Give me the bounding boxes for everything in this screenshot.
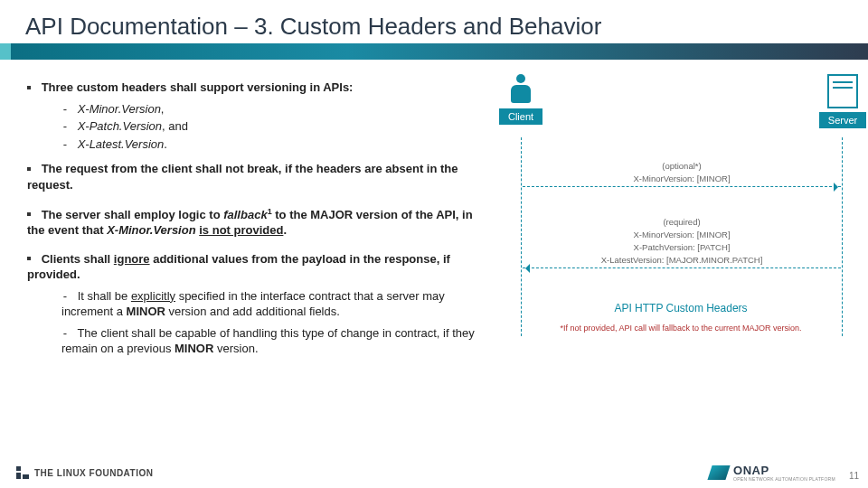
lf-text: THE LINUX FOUNDATION — [34, 468, 153, 478]
bullet-3: The server shall employ logic to fallbac… — [27, 205, 477, 238]
onap-text: ONAP — [733, 464, 835, 477]
t: Clients shall — [42, 252, 114, 266]
header-xminor: X-Minor.Version — [78, 102, 161, 116]
server-icon — [827, 74, 858, 108]
title-accent — [0, 43, 11, 60]
t: The server shall employ logic to — [42, 208, 224, 221]
dash-icon: - — [61, 136, 69, 153]
t: MINOR — [175, 342, 213, 355]
t: fallback — [223, 208, 267, 221]
t: is not provided — [199, 223, 283, 237]
res-h1: X-MinorVersion: [MINOR] — [523, 230, 841, 240]
bullet-dot-icon — [27, 212, 31, 216]
t: ignore — [114, 252, 150, 266]
onap-text-wrap: ONAP OPEN NETWORK AUTOMATION PLATFORM — [733, 464, 835, 482]
tail: , and — [162, 119, 188, 133]
diagram-column: Client Server (optional*) X-MinorVersion… — [486, 74, 868, 372]
linux-foundation-logo: THE LINUX FOUNDATION — [16, 466, 153, 479]
bullet-1: Three custom headers shall support versi… — [27, 80, 477, 96]
onap-subtext: OPEN NETWORK AUTOMATION PLATFORM — [733, 477, 835, 482]
lf-mark-icon — [16, 466, 29, 479]
server-label: Server — [819, 112, 866, 128]
arrow-left-icon — [523, 267, 841, 268]
bullet-4: Clients shall ignore additional values f… — [27, 251, 477, 283]
onap-logo: ONAP OPEN NETWORK AUTOMATION PLATFORM — [710, 464, 835, 482]
header-xlatest: X-Latest.Version — [78, 137, 165, 151]
t: . — [283, 223, 287, 237]
actor-server: Server — [812, 74, 868, 128]
slide-title: API Documentation – 3. Custom Headers an… — [25, 13, 601, 41]
t: MINOR — [127, 305, 165, 318]
req-header: X-MinorVersion: [MINOR] — [523, 174, 841, 184]
client-label: Client — [499, 108, 542, 125]
tail: . — [164, 137, 167, 151]
diagram-caption: API HTTP Custom Headers — [486, 302, 868, 314]
t: MAJOR — [310, 208, 353, 221]
t: The client shall be capable of handling … — [61, 326, 475, 356]
res-h3: X-LatestVersion: [MAJOR.MINOR.PATCH] — [523, 255, 841, 266]
t: It shall be — [78, 289, 131, 303]
sub-item: - X-Minor.Version, — [61, 101, 477, 117]
sub-item: - The client shall be capable of handlin… — [61, 325, 477, 357]
t: X-Minor.Version — [107, 223, 195, 237]
content-row: Three custom headers shall support versi… — [0, 63, 868, 372]
sub-item: - It shall be explicitly specified in th… — [61, 288, 477, 320]
dash-icon: - — [61, 325, 69, 342]
t: version and add additional fields. — [165, 305, 340, 318]
bullet-2-text: The request from the client shall not br… — [27, 162, 458, 192]
sequence-diagram: Client Server (optional*) X-MinorVersion… — [486, 74, 868, 372]
header-xpatch: X-Patch.Version — [78, 119, 162, 133]
slide-footer: THE LINUX FOUNDATION ONAP OPEN NETWORK A… — [0, 457, 868, 488]
tail: , — [161, 102, 165, 116]
res-required: (required) — [523, 217, 841, 228]
page-number: 11 — [849, 471, 859, 481]
bullet-4-sublist: - It shall be explicitly specified in th… — [61, 288, 477, 357]
arrow-right-icon — [523, 186, 841, 187]
title-bg-stripe — [0, 43, 868, 60]
title-bar: API Documentation – 3. Custom Headers an… — [0, 0, 868, 63]
dash-icon: - — [61, 101, 69, 117]
bullet-2: The request from the client shall not br… — [27, 161, 477, 192]
bullet-3-text: The server shall employ logic to fallbac… — [27, 208, 473, 238]
bullet-dot-icon — [27, 86, 31, 89]
request-message: (optional*) X-MinorVersion: [MINOR] — [523, 161, 841, 187]
response-message: (required) X-MinorVersion: [MINOR] X-Pat… — [523, 217, 841, 268]
sub-item: - X-Latest.Version. — [61, 136, 477, 153]
t: version. — [213, 342, 258, 355]
diagram-footnote: *If not provided, API call will fallback… — [486, 324, 868, 333]
dash-icon: - — [61, 118, 69, 135]
actor-client: Client — [490, 74, 552, 125]
bullet-1-text: Three custom headers shall support versi… — [42, 80, 354, 94]
person-icon — [510, 74, 532, 105]
res-h2: X-PatchVersion: [PATCH] — [523, 242, 841, 253]
sub-item: - X-Patch.Version, and — [61, 118, 477, 135]
bullet-dot-icon — [27, 167, 31, 171]
onap-mark-icon — [707, 465, 730, 480]
req-optional: (optional*) — [523, 161, 841, 172]
bullet-dot-icon — [27, 257, 31, 260]
bullet-1-sublist: - X-Minor.Version, - X-Patch.Version, an… — [61, 101, 477, 153]
text-column: Three custom headers shall support versi… — [27, 74, 477, 372]
dash-icon: - — [61, 288, 69, 305]
bullet-4-text: Clients shall ignore additional values f… — [27, 252, 450, 282]
t: to the — [272, 208, 311, 221]
t: explicitly — [131, 289, 175, 303]
